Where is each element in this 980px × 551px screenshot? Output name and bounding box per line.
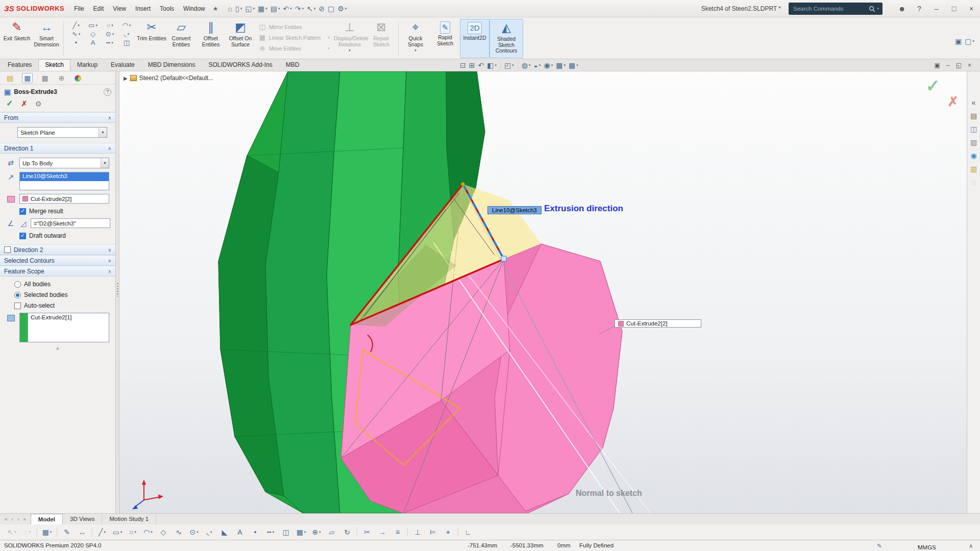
panel-collapse-icon[interactable]: ∧	[5, 346, 110, 351]
tab-model[interactable]: Model	[31, 514, 63, 524]
direction-reference-listbox[interactable]: Line10@Sketch3	[19, 172, 109, 190]
text-icon[interactable]: A	[234, 527, 246, 538]
chevrons-left-icon[interactable]: «	[972, 99, 976, 106]
circle-icon[interactable]: ○▾	[103, 22, 116, 29]
select-caret-icon[interactable]: ▼	[99, 128, 107, 137]
tab-evaluate[interactable]: Evaluate	[104, 59, 141, 71]
convert-entities-button[interactable]: ▱ Convert Entities	[166, 19, 196, 58]
copy-icon[interactable]: ▱	[326, 527, 338, 538]
direction2-section-header[interactable]: Direction 2 ∨	[0, 244, 115, 255]
quick-snaps-button[interactable]: ⌖ Quick Snaps ▾	[401, 19, 430, 58]
accept-button[interactable]: ✓	[6, 98, 13, 108]
tab-mbd-dimensions[interactable]: MBD Dimensions	[141, 59, 202, 71]
draft-angle-icon[interactable]: ∠	[5, 218, 16, 229]
splitter-grip[interactable]	[117, 283, 118, 296]
tab-features[interactable]: Features	[1, 59, 38, 71]
arc-icon[interactable]: ◠▾	[142, 527, 154, 538]
pin-menu-icon[interactable]: ★	[213, 5, 218, 12]
rectangle-icon[interactable]: ▭▾	[111, 527, 124, 538]
featuremanager-tab-icon[interactable]: ▤	[5, 73, 15, 83]
fillet-icon[interactable]: ◟▾	[120, 31, 133, 37]
fillet-icon[interactable]: ◟▾	[203, 527, 215, 538]
close-icon[interactable]: ×	[963, 5, 980, 13]
circle-icon[interactable]: ○▾	[127, 527, 139, 538]
restore-icon[interactable]: ◱	[956, 62, 962, 68]
line-icon[interactable]: ╱▾	[69, 22, 83, 29]
search-icon[interactable]	[869, 6, 875, 12]
chevron-down-icon[interactable]: ∨	[108, 247, 111, 253]
close-icon[interactable]: ×	[968, 62, 971, 68]
smart-dimension-small-icon[interactable]: ↔	[76, 527, 88, 538]
chevron-up-icon[interactable]: ∧	[108, 269, 111, 274]
scope-body-item[interactable]: Cut-Extrude2[1]	[28, 313, 75, 342]
draft-value-field[interactable]: ="D2@Sketch3"	[31, 218, 110, 228]
body-reference-field[interactable]: Cut-Extrude2[2]	[19, 194, 109, 204]
preview-eye-icon[interactable]: ⊙	[35, 99, 41, 108]
display-style-icon[interactable]: ◍▾	[522, 62, 531, 69]
mirror-small-icon[interactable]: ◫	[120, 39, 133, 46]
forum-icon[interactable]: ◌	[971, 179, 975, 186]
help-icon[interactable]: ?	[911, 5, 928, 13]
maximize-icon[interactable]: □	[945, 5, 963, 13]
redo-icon[interactable]: ↷▾	[295, 5, 304, 12]
dock-icon[interactable]: ▣	[935, 62, 940, 68]
from-plane-select[interactable]: Sketch Plane ▼	[17, 127, 107, 138]
all-bodies-radio[interactable]: All bodies	[14, 281, 110, 288]
offset-entities-button[interactable]: ∥ Offset Entities	[196, 19, 226, 58]
help-circle-icon[interactable]: ?	[104, 88, 111, 96]
view-palette-icon[interactable]: ▨	[970, 139, 977, 146]
point-icon[interactable]: •	[249, 527, 261, 538]
tab-mbd[interactable]: MBD	[279, 59, 306, 71]
search-commands[interactable]: ▾	[789, 3, 883, 15]
direction1-section-header[interactable]: Direction 1 ∧	[0, 143, 115, 154]
tab-last-icon[interactable]: »	[23, 517, 26, 522]
search-input[interactable]	[792, 5, 856, 12]
spline-icon[interactable]: ∿▾	[69, 31, 83, 37]
part-name[interactable]: Steen2 (Default<<Default...	[139, 74, 213, 82]
confirm-accept-icon[interactable]: ✓	[926, 76, 941, 96]
reverse-direction-icon[interactable]: ⇄	[5, 158, 16, 168]
rectangle-icon[interactable]: ▭▾	[86, 22, 100, 29]
new-document-icon[interactable]: ▯▾	[235, 5, 242, 12]
design-library-icon[interactable]: ▤	[970, 112, 977, 119]
view-scene-icon[interactable]: ▩▾	[556, 62, 566, 69]
flyout-feature-tree[interactable]: ▶ Steen2 (Default<<Default...	[124, 74, 213, 82]
instant2d-button[interactable]: 2D Instant2D	[460, 19, 489, 58]
tab-prev-icon[interactable]: ‹	[12, 517, 13, 522]
rapid-sketch-button[interactable]: ✎ Rapid Sketch	[430, 19, 460, 58]
selected-bodies-radio[interactable]: Selected bodies	[14, 291, 110, 298]
previous-view-icon[interactable]: ↶	[478, 62, 484, 69]
print-icon[interactable]: ▤▾	[271, 5, 280, 12]
line-icon[interactable]: ╱▾	[96, 527, 108, 538]
view-settings-icon[interactable]: ▦▾	[569, 62, 578, 69]
shaded-sketch-contours-button[interactable]: ◭ Shaded Sketch Contours	[489, 19, 523, 58]
chevron-up-icon[interactable]: ∧	[108, 115, 111, 120]
exit-sketch-button[interactable]: ✎ Exit Sketch	[2, 19, 32, 58]
normal-to-icon[interactable]: ∟	[462, 527, 474, 538]
from-section-header[interactable]: From ∧	[0, 112, 115, 123]
radio-selected-icon[interactable]	[14, 292, 21, 298]
move-icon[interactable]: ⊕▾	[310, 527, 323, 538]
displaymanager-tab-icon[interactable]	[73, 73, 83, 83]
undo-icon[interactable]: ↶▾	[283, 5, 291, 12]
menu-file[interactable]: File	[69, 0, 88, 17]
quick-snaps-small-icon[interactable]: ⌖	[442, 527, 454, 538]
extend-icon[interactable]: →	[376, 527, 388, 538]
spline-icon[interactable]: ∿	[173, 527, 185, 538]
direction2-checkbox[interactable]	[4, 246, 11, 253]
tab-3d-views[interactable]: 3D Views	[63, 514, 102, 524]
selected-reference[interactable]: Line10@Sketch3	[20, 172, 109, 181]
polygon-icon[interactable]: ◇	[86, 31, 100, 37]
tab-sketch[interactable]: Sketch	[38, 59, 70, 71]
auto-select-checkbox[interactable]: Auto-select	[14, 302, 110, 309]
body-callout[interactable]: Cut-Extrude2[2]	[615, 319, 701, 328]
dimxpertmanager-tab-icon[interactable]: ⊕	[57, 73, 66, 83]
camera-icon[interactable]: ▣	[955, 38, 962, 45]
chamfer-icon[interactable]: ◣	[218, 527, 231, 538]
tab-motion-study-1[interactable]: Motion Study 1	[102, 514, 156, 524]
tab-first-icon[interactable]: «	[5, 517, 8, 522]
draft-outward-checkbox[interactable]: Draft outward	[19, 232, 110, 239]
line-selection-callout[interactable]: Line10@Sketch3	[487, 206, 542, 214]
tab-solidworks-add-ins[interactable]: SOLIDWORKS Add-Ins	[202, 59, 279, 71]
menu-edit[interactable]: Edit	[89, 0, 109, 17]
